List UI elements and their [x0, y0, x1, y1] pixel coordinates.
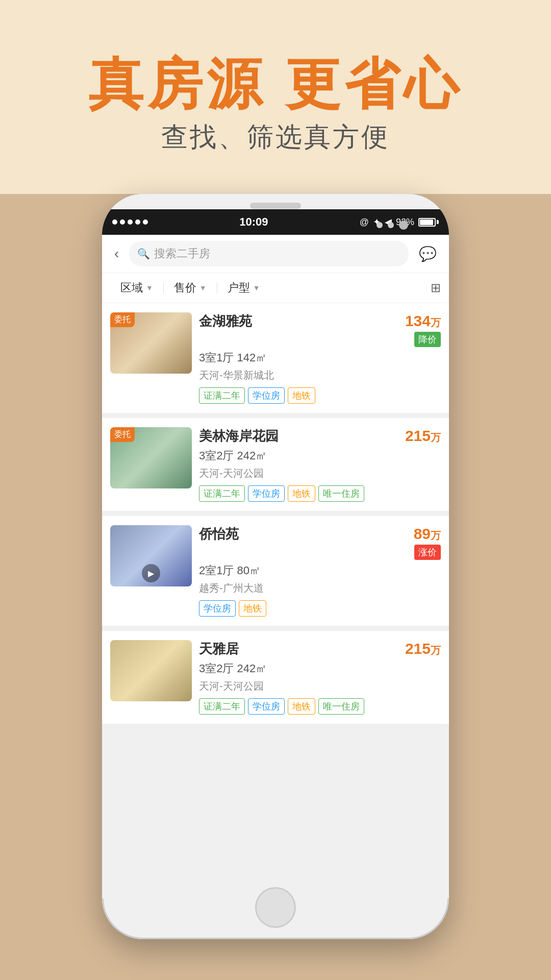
- filter-type-label: 户型: [228, 280, 250, 296]
- listing-header: 金湖雅苑 134万 降价: [199, 312, 441, 347]
- tag-school: 学位房: [248, 387, 285, 404]
- listing-image: ▶: [110, 525, 192, 586]
- listing-image: 委托: [110, 312, 192, 374]
- listing-card[interactable]: ▶ 侨怡苑 89万 涨价 2室1厅 80㎡ 越秀-广州大道: [102, 516, 449, 626]
- listing-card[interactable]: 委托 美林海岸花园 215万 3室2厅 242㎡ 天河-天河公园 证满二年 学位…: [102, 418, 449, 511]
- tag-cert: 证满二年: [199, 698, 245, 715]
- search-input-area[interactable]: 🔍 搜索二手房: [129, 241, 409, 266]
- tag-school: 学位房: [248, 698, 285, 715]
- entrust-badge: 委托: [110, 312, 135, 327]
- filter-region[interactable]: 区域 ▼: [110, 280, 163, 296]
- tag-cert: 证满二年: [199, 485, 245, 502]
- listing-tags: 学位房 地铁: [199, 600, 441, 617]
- listing-card[interactable]: 天雅居 215万 3室2厅 242㎡ 天河-天河公园 证满二年 学位房 地铁 唯…: [102, 631, 449, 724]
- listing-location: 天河-华景新城北: [199, 369, 441, 382]
- listing-size: 3室1厅 142㎡: [199, 350, 441, 365]
- filter-price-arrow: ▼: [199, 284, 207, 292]
- filter-price[interactable]: 售价 ▼: [164, 280, 217, 296]
- filter-bar: 区域 ▼ 售价 ▼ 户型 ▼ ⊞: [102, 273, 449, 303]
- phone-dots: [377, 220, 408, 230]
- app-content: ‹ 🔍 搜索二手房 💬 区域 ▼ 售价 ▼: [102, 235, 449, 898]
- tag-cert: 证满二年: [199, 387, 245, 404]
- listing-price: 215万: [405, 427, 441, 445]
- listing-size: 3室2厅 242㎡: [199, 661, 441, 676]
- play-button[interactable]: ▶: [142, 564, 160, 582]
- tag-unique: 唯一住房: [318, 485, 364, 502]
- price-badge-down: 降价: [414, 332, 441, 347]
- filter-type-arrow: ▼: [253, 284, 260, 292]
- listing-header: 美林海岸花园 215万: [199, 427, 441, 445]
- listing-name: 金湖雅苑: [199, 312, 252, 330]
- back-button[interactable]: ‹: [110, 246, 123, 262]
- phone-wrapper: 10:09 @ ✦ ◀ 92% ‹ 🔍 搜: [102, 194, 449, 939]
- phone-speaker: [250, 203, 301, 209]
- listing-tags: 证满二年 学位房 地铁 唯一住房: [199, 698, 441, 715]
- listing-name: 美林海岸花园: [199, 427, 279, 445]
- listing-price: 89万: [414, 525, 441, 543]
- tag-school: 学位房: [199, 600, 236, 617]
- filter-type[interactable]: 户型 ▼: [217, 280, 270, 296]
- tag-metro: 地铁: [288, 698, 315, 715]
- status-time: 10:09: [239, 215, 268, 229]
- signal-dots: [112, 219, 148, 225]
- battery-icon: [418, 218, 439, 227]
- search-icon: 🔍: [137, 248, 150, 260]
- listing-header: 天雅居 215万: [199, 640, 441, 658]
- phone-home-button[interactable]: [255, 887, 296, 928]
- listing-list: 委托 金湖雅苑 134万 降价 3室1厅 142㎡ 天河-华景新城北: [102, 303, 449, 898]
- phone-top-bar: [102, 194, 449, 209]
- tag-metro: 地铁: [239, 600, 266, 617]
- search-bar: ‹ 🔍 搜索二手房 💬: [102, 235, 449, 273]
- listing-info: 美林海岸花园 215万 3室2厅 242㎡ 天河-天河公园 证满二年 学位房 地…: [199, 427, 441, 502]
- filter-region-arrow: ▼: [146, 284, 153, 292]
- filter-price-label: 售价: [174, 280, 196, 296]
- listing-size: 2室1厅 80㎡: [199, 563, 441, 578]
- listing-tags: 证满二年 学位房 地铁 唯一住房: [199, 485, 441, 502]
- wifi-icon: @: [360, 217, 369, 228]
- tag-metro: 地铁: [288, 387, 315, 404]
- listing-image: [110, 640, 192, 701]
- listing-info: 金湖雅苑 134万 降价 3室1厅 142㎡ 天河-华景新城北 证满二年 学位房…: [199, 312, 441, 404]
- listing-price: 134万: [405, 312, 441, 330]
- phone-body: 10:09 @ ✦ ◀ 92% ‹ 🔍 搜: [102, 194, 449, 939]
- listing-location: 天河-天河公园: [199, 679, 441, 693]
- main-title: 真房源 更省心: [88, 54, 463, 115]
- listing-card[interactable]: 委托 金湖雅苑 134万 降价 3室1厅 142㎡ 天河-华景新城北: [102, 303, 449, 413]
- listing-info: 侨怡苑 89万 涨价 2室1厅 80㎡ 越秀-广州大道 学位房 地铁: [199, 525, 441, 617]
- tag-metro: 地铁: [288, 485, 315, 502]
- listing-price: 215万: [405, 640, 441, 657]
- listing-location: 越秀-广州大道: [199, 581, 441, 595]
- filter-more-button[interactable]: ⊞: [431, 281, 441, 295]
- top-banner: 真房源 更省心 查找、筛选真方便: [0, 0, 551, 194]
- entrust-badge: 委托: [110, 427, 135, 442]
- listing-name: 天雅居: [199, 640, 239, 658]
- price-badge-up: 涨价: [414, 545, 441, 560]
- filter-region-label: 区域: [120, 280, 143, 296]
- chat-button[interactable]: 💬: [415, 246, 441, 262]
- listing-image: 委托: [110, 427, 192, 488]
- search-placeholder: 搜索二手房: [154, 246, 210, 261]
- listing-info: 天雅居 215万 3室2厅 242㎡ 天河-天河公园 证满二年 学位房 地铁 唯…: [199, 640, 441, 715]
- listing-header: 侨怡苑 89万 涨价: [199, 525, 441, 560]
- tag-unique: 唯一住房: [318, 698, 364, 715]
- sub-title: 查找、筛选真方便: [161, 119, 390, 155]
- listing-name: 侨怡苑: [199, 525, 239, 543]
- listing-size: 3室2厅 242㎡: [199, 448, 441, 463]
- tag-school: 学位房: [248, 485, 285, 502]
- listing-tags: 证满二年 学位房 地铁: [199, 387, 441, 404]
- listing-location: 天河-天河公园: [199, 467, 441, 480]
